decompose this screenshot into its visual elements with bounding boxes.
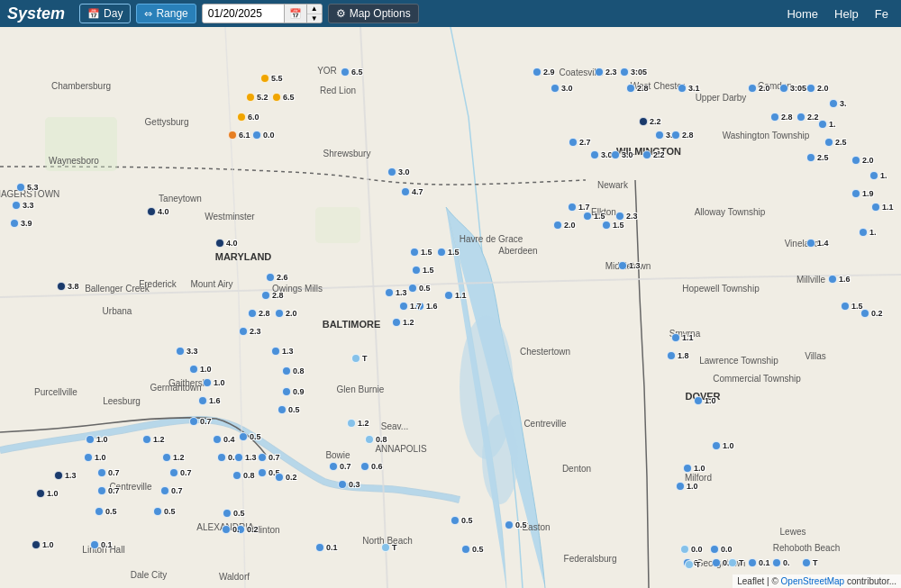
data-point[interactable]: 2.5 [806,153,815,162]
data-point[interactable]: T [351,354,360,363]
data-point[interactable]: 3.0 [655,131,664,140]
data-point[interactable]: 1.0 [86,435,95,444]
data-point[interactable]: 0.5 [223,509,232,518]
data-point[interactable]: 1.5 [602,221,611,230]
data-point[interactable]: 4.0 [147,207,156,216]
data-point[interactable]: 2.9 [532,68,542,77]
data-point[interactable]: 6.5 [341,68,350,77]
data-point[interactable]: 1.0 [84,453,93,462]
data-point[interactable]: 1.4 [806,239,815,248]
data-point[interactable]: 3:05 [779,84,788,93]
data-point[interactable]: 2.8 [248,309,257,318]
data-point[interactable]: 1.0 [683,464,692,473]
data-point[interactable]: T [685,560,694,569]
data-point[interactable]: 3.0 [551,84,560,93]
data-point[interactable]: 2.3 [595,68,604,77]
data-point[interactable]: 3.3 [12,201,21,210]
data-point[interactable]: 0.0 [680,545,689,554]
data-point[interactable]: 3:05 [620,68,629,77]
data-point[interactable]: 1.1 [444,291,453,300]
home-link[interactable]: Home [781,7,824,21]
data-point[interactable]: 0.5 [95,507,104,516]
data-point[interactable]: 1.6 [828,275,837,284]
data-point[interactable]: 1.3 [618,261,627,270]
data-point[interactable]: 1.0 [36,489,45,498]
data-point[interactable]: 0. [712,558,721,567]
data-point[interactable]: 0.5 [258,468,267,477]
data-point[interactable]: 4.0 [215,239,224,248]
data-point[interactable]: 2.2 [796,113,805,122]
data-point[interactable]: 0.5 [461,545,470,554]
data-point[interactable]: 1. [869,171,878,180]
data-point[interactable]: 0.2 [860,309,869,318]
data-point[interactable]: 0.7 [169,468,178,477]
data-point[interactable]: 0.8 [282,366,291,375]
data-point[interactable]: 2.7 [569,138,578,147]
data-point[interactable]: 5.5 [260,74,269,83]
osm-link[interactable]: OpenStreetMap [781,576,845,586]
data-point[interactable]: 1.2 [392,318,401,327]
data-point[interactable]: 1.5 [412,266,421,275]
data-point[interactable]: 1.7 [399,302,408,311]
data-point[interactable]: 5.2 [246,93,255,102]
data-point[interactable]: 2.3 [615,212,624,221]
data-point[interactable]: 6.5 [272,93,281,102]
data-point[interactable]: 2.6 [266,273,275,282]
data-point[interactable]: 0.7 [189,417,198,426]
data-point[interactable]: 3.8 [57,282,66,291]
data-point[interactable]: 3.0 [590,150,599,159]
data-point[interactable]: 0. [772,558,781,567]
data-point[interactable]: 0.8 [365,435,374,444]
data-point[interactable]: 0.4 [213,435,222,444]
data-point[interactable]: 1.9 [851,189,860,198]
data-point[interactable]: 2.8 [770,113,779,122]
data-point[interactable]: 0.5 [450,516,460,525]
data-point[interactable]: 1.1 [671,333,680,342]
data-point[interactable]: 1.0 [189,365,198,374]
help-link[interactable]: Help [829,7,864,21]
data-point[interactable]: 0.6 [360,462,369,471]
data-point[interactable]: 0.3 [338,480,347,489]
map-options-button[interactable]: ⚙ Map Options [328,4,419,23]
data-point[interactable]: 2.5 [824,138,833,147]
data-point[interactable]: 0. [222,525,231,534]
data-point[interactable]: 1.3 [385,288,394,297]
data-point[interactable]: 0.5 [278,405,287,414]
data-point[interactable]: 1.2 [162,453,171,462]
data-point[interactable]: 2.3 [239,327,248,336]
data-point[interactable]: 2.8 [626,84,635,93]
data-point[interactable]: 6.0 [237,113,246,122]
data-point[interactable]: 0.5 [217,453,226,462]
data-point[interactable]: 0.5 [505,520,514,529]
data-point[interactable]: 0.1 [90,540,99,549]
data-point[interactable]: 0.5 [408,284,417,293]
data-point[interactable]: 0.2 [275,473,284,482]
data-point[interactable]: 1.5 [583,212,592,221]
data-point[interactable]: 4.7 [401,187,410,196]
data-point[interactable]: 3.9 [10,219,19,228]
data-point[interactable]: 0.5 [153,507,162,516]
data-point[interactable]: 6.1 [228,131,237,140]
data-point[interactable]: 1.0 [676,482,685,491]
data-point[interactable]: 0.7 [258,453,267,462]
data-point[interactable]: 1.3 [54,471,63,480]
data-point[interactable]: 0.1 [748,558,757,567]
data-point[interactable]: 1.1 [871,203,880,212]
data-point[interactable]: 2.0 [851,156,860,165]
data-point[interactable]: 5.3 [16,183,25,192]
map-container[interactable]: BALTIMOREMARYLANDWILMINGTONDOVERANNAPOLI… [0,27,901,588]
data-point[interactable]: 2.8 [261,291,270,300]
calendar-picker-button[interactable]: 📅 [284,5,306,23]
range-button[interactable]: ⇔ Range [136,4,196,23]
data-point[interactable]: 1.5 [437,248,446,257]
data-point[interactable]: 0.1 [315,543,324,552]
data-point[interactable]: 1.3 [271,347,280,356]
data-point[interactable]: 0.0 [710,545,719,554]
data-point[interactable]: 0.7 [97,468,106,477]
data-point[interactable]: 3.0 [611,150,620,159]
data-point[interactable]: 0.8 [232,471,241,480]
data-point[interactable]: 1.6 [198,396,207,405]
data-point[interactable]: T [802,558,811,567]
date-spin-buttons[interactable]: ▲ ▼ [306,5,322,23]
date-spin-up-icon[interactable]: ▲ [307,5,322,14]
